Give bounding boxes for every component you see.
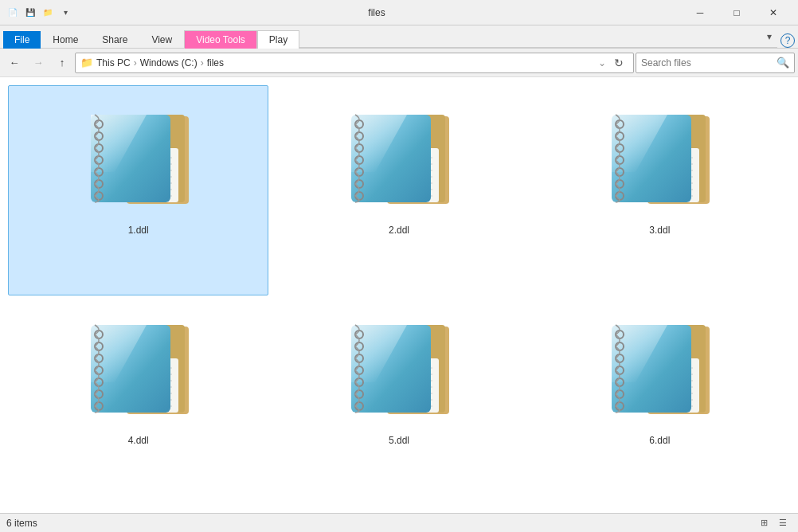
up-button[interactable]: ↑ — [51, 53, 73, 73]
toolbar-area: ← → ↑ 📁 This PC › Windows (C:) › files ⌄… — [0, 49, 798, 77]
address-bar[interactable]: 📁 This PC › Windows (C:) › files ⌄ ↻ — [75, 53, 634, 73]
forward-button[interactable]: → — [27, 53, 49, 73]
file-icon-2 — [343, 92, 455, 220]
file-icon-3 — [604, 92, 715, 220]
file-content-area: 1.ddl — [0, 77, 798, 513]
file-icon-4 — [83, 303, 194, 430]
tab-home[interactable]: Home — [41, 30, 90, 49]
tab-file[interactable]: File — [3, 31, 41, 49]
ribbon-collapse-btn[interactable]: ▾ — [761, 25, 777, 48]
file-item-4[interactable]: 4.ddl — [8, 295, 268, 506]
tab-share[interactable]: Share — [90, 30, 139, 49]
folder-icon: 📁 — [41, 7, 54, 18]
tab-play[interactable]: Play — [257, 30, 299, 49]
doc-icon: 📄 — [6, 7, 19, 18]
breadcrumb-files[interactable]: files — [207, 57, 224, 68]
maximize-button[interactable]: □ — [718, 0, 755, 25]
file-icon-6 — [604, 303, 715, 430]
view-toggle: ⊞ ☰ — [755, 516, 792, 530]
large-icon-view-button[interactable]: ⊞ — [755, 516, 773, 530]
breadcrumb-windows-c[interactable]: Windows (C:) — [140, 57, 198, 68]
title-bar-icons: 📄 💾 📁 ▾ — [6, 7, 72, 18]
file-label-4: 4.ddl — [128, 435, 149, 446]
save-icon: 💾 — [24, 7, 37, 18]
search-input[interactable] — [641, 57, 773, 68]
file-item-2[interactable]: 2.ddl — [268, 85, 529, 295]
title-bar: 📄 💾 📁 ▾ files ─ □ ✕ — [0, 0, 798, 25]
file-item-3[interactable]: 3.ddl — [530, 85, 790, 295]
search-box[interactable]: 🔍 — [636, 53, 795, 73]
file-item-6[interactable]: 6.ddl — [530, 295, 790, 506]
ribbon-tabs: File Home Share View Video Tools Play ▾ … — [0, 25, 798, 48]
item-count: 6 items — [6, 518, 37, 529]
tab-view[interactable]: View — [139, 30, 184, 49]
details-view-button[interactable]: ☰ — [774, 516, 792, 530]
file-label-2: 2.ddl — [389, 225, 409, 236]
file-item-1[interactable]: 1.ddl — [8, 85, 268, 295]
status-bar: 6 items ⊞ ☰ — [0, 513, 798, 532]
file-item-5[interactable]: 5.ddl — [268, 295, 529, 506]
breadcrumb-thispc[interactable]: This PC — [96, 57, 131, 68]
refresh-button[interactable]: ↻ — [609, 53, 628, 72]
help-button[interactable]: ? — [780, 33, 795, 48]
back-button[interactable]: ← — [3, 53, 25, 73]
title-bar-controls: ─ □ ✕ — [682, 0, 792, 25]
file-label-6: 6.ddl — [649, 435, 670, 446]
minimize-button[interactable]: ─ — [682, 0, 718, 25]
file-icon-1 — [83, 92, 194, 220]
ribbon: File Home Share View Video Tools Play ▾ … — [0, 25, 798, 49]
address-folder-icon: 📁 — [80, 57, 93, 68]
window-title: files — [72, 7, 682, 18]
file-label-1: 1.ddl — [128, 225, 149, 236]
file-label-5: 5.ddl — [389, 435, 409, 446]
dropdown-icon: ▾ — [59, 7, 72, 18]
search-icon: 🔍 — [776, 57, 789, 68]
tab-video-tools[interactable]: Video Tools — [184, 30, 257, 49]
file-label-3: 3.ddl — [649, 225, 670, 236]
close-button[interactable]: ✕ — [755, 0, 792, 25]
file-icon-5 — [343, 303, 455, 430]
